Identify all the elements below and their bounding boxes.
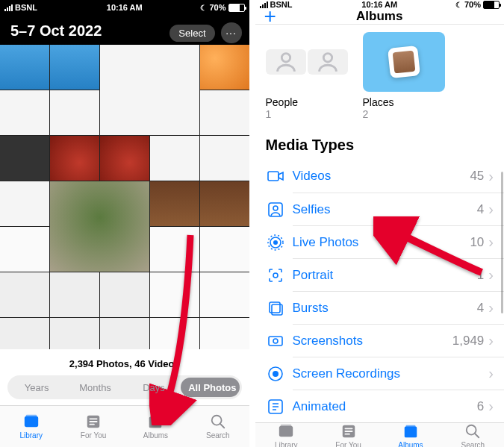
select-button[interactable]: Select [169, 25, 214, 42]
row-screen-recordings[interactable]: Screen Recordings › [293, 357, 505, 390]
bursts-icon [266, 298, 285, 318]
row-screenshots[interactable]: Screenshots 1,949 › [293, 324, 505, 357]
photo-thumb[interactable] [150, 136, 199, 181]
dnd-moon-icon: ☾ [455, 1, 462, 9]
photo-thumb[interactable] [0, 272, 49, 317]
chevron-right-icon: › [488, 299, 494, 316]
tab-bar: Library For You Albums Search [255, 422, 505, 447]
svg-rect-27 [406, 425, 416, 428]
chevron-right-icon: › [488, 168, 494, 185]
seg-all-photos[interactable]: All Photos [183, 382, 241, 393]
seg-months[interactable]: Months [66, 382, 124, 393]
scroll-indicator[interactable] [501, 172, 503, 313]
tab-for-you[interactable]: For You [62, 406, 124, 447]
battery-icon [228, 4, 245, 12]
svg-rect-9 [268, 172, 279, 181]
seg-years[interactable]: Years [7, 382, 66, 393]
photo-thumb[interactable] [0, 318, 49, 349]
library-icon [277, 423, 295, 440]
tab-albums[interactable]: Albums [379, 423, 441, 447]
svg-rect-4 [151, 416, 161, 418]
photo-thumb[interactable] [200, 181, 249, 226]
tab-albums[interactable]: Albums [125, 406, 187, 447]
person-placeholder-icon [273, 49, 299, 75]
photo-thumb[interactable] [200, 90, 249, 135]
svg-point-7 [281, 54, 290, 62]
photo-thumb[interactable] [100, 45, 199, 135]
photo-thumb[interactable] [200, 45, 249, 90]
photo-thumb[interactable] [150, 272, 199, 317]
dnd-moon-icon: ☾ [200, 4, 207, 12]
library-summary: 2,394 Photos, 46 Videos [0, 349, 249, 375]
row-selfies[interactable]: Selfies 4 › [293, 193, 505, 225]
photo-thumb[interactable] [0, 136, 49, 181]
photo-thumb[interactable] [150, 318, 199, 349]
albums-horizontal-scroll[interactable]: People 1 Places 2 [255, 25, 505, 125]
svg-rect-23 [279, 426, 293, 437]
svg-rect-0 [25, 416, 38, 428]
nav-title: Albums [356, 9, 402, 24]
tab-for-you[interactable]: For You [317, 423, 379, 447]
video-icon [266, 166, 285, 186]
tab-library[interactable]: Library [0, 406, 62, 447]
chevron-right-icon: › [488, 201, 494, 218]
svg-line-29 [475, 434, 479, 438]
view-segment[interactable]: Years Months Days All Photos [0, 375, 249, 405]
portrait-icon [266, 266, 285, 285]
row-animated[interactable]: Animated 6 › [293, 390, 505, 422]
svg-point-8 [323, 54, 332, 62]
tab-library[interactable]: Library [255, 423, 317, 447]
photo-thumb[interactable] [100, 318, 149, 349]
row-videos[interactable]: Videos 45 › [255, 160, 505, 193]
photo-grid[interactable]: 0:02 0:02 [0, 45, 249, 349]
photo-thumb[interactable] [0, 227, 49, 272]
chevron-right-icon: › [488, 365, 494, 382]
clock: 10:16 AM [361, 0, 397, 9]
photo-thumb[interactable] [0, 45, 49, 90]
photo-thumb[interactable] [200, 227, 249, 272]
photo-thumb[interactable] [50, 272, 99, 317]
albums-icon [146, 413, 164, 430]
photo-thumb[interactable] [50, 181, 149, 272]
photo-thumb[interactable] [150, 181, 199, 226]
seg-days[interactable]: Days [125, 382, 183, 393]
person-placeholder-icon [315, 49, 340, 75]
photo-thumb[interactable] [50, 318, 99, 349]
more-button[interactable]: ··· [221, 22, 242, 43]
for-you-icon [340, 423, 358, 440]
photo-thumb[interactable] [50, 136, 99, 181]
album-places[interactable]: Places 2 [363, 32, 445, 120]
search-icon [209, 413, 227, 430]
row-portrait[interactable]: Portrait 1 › [293, 258, 505, 291]
photo-thumb[interactable] [0, 90, 49, 135]
battery-percent: 70% [209, 3, 225, 12]
library-icon [22, 413, 40, 430]
photo-thumb[interactable] [100, 272, 149, 317]
photo-thumb[interactable] [50, 45, 99, 90]
row-bursts[interactable]: Bursts 4 › [293, 291, 505, 324]
tab-search[interactable]: Search [442, 423, 504, 447]
photo-thumb[interactable] [200, 136, 249, 181]
svg-rect-26 [405, 427, 417, 438]
album-people[interactable]: People 1 [266, 32, 348, 120]
photo-thumb[interactable] [100, 136, 149, 181]
photo-thumb[interactable] [50, 90, 99, 135]
add-album-button[interactable]: + [264, 6, 276, 27]
chevron-right-icon: › [488, 266, 494, 284]
svg-rect-10 [269, 203, 282, 216]
status-bar: BSNL 10:16 AM ☾70% [255, 0, 505, 9]
svg-point-15 [273, 273, 278, 278]
chevron-right-icon: › [488, 234, 494, 251]
photos-library-screen: BSNL 10:16 AM ☾70% 5–7 Oct 2022 Select ·… [0, 0, 249, 447]
screenshot-icon [266, 331, 285, 351]
photo-thumb[interactable] [200, 272, 249, 317]
photo-thumb[interactable] [150, 227, 199, 272]
albums-icon [402, 423, 420, 440]
photo-thumb[interactable] [0, 181, 49, 226]
photo-thumb[interactable] [200, 318, 249, 349]
clock: 10:16 AM [107, 3, 143, 12]
row-live-photos[interactable]: Live Photos 10 › [293, 225, 505, 258]
svg-point-12 [273, 240, 278, 245]
battery-percent: 70% [464, 0, 481, 9]
tab-search[interactable]: Search [187, 406, 249, 447]
